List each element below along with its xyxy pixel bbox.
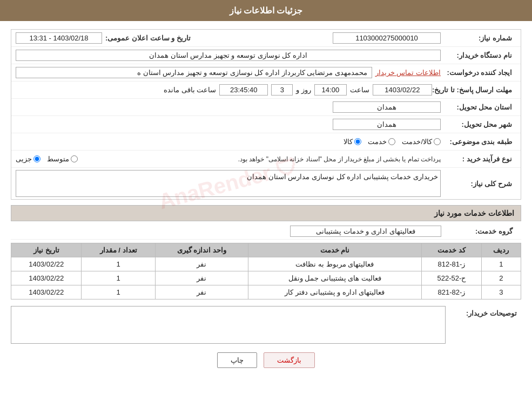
deadline-days: 3 (271, 84, 293, 96)
cell-code: ز-81-812 (421, 257, 481, 271)
buyer-notes-label: توصیحات خریدار: (446, 309, 521, 317)
category-kala-khadamat-item: کالا/خدمت (402, 138, 441, 146)
table-header-row: ردیف کد خدمت نام خدمت واحد اندازه گیری ت… (11, 243, 521, 257)
creator-content: اطلاعات تماس خریدار محمدمهدی مرتضایی کار… (16, 67, 441, 78)
cell-code: ح-52-522 (421, 271, 481, 285)
cell-name: فعالیتهای مربوط به نظافت (248, 257, 421, 271)
cell-unit: نفر (155, 285, 248, 299)
creator-link[interactable]: اطلاعات تماس خریدار (375, 69, 441, 77)
need-description-box: 🛡 AnaRender خریداری خدمات پشتیبانی اداره… (16, 170, 441, 197)
need-number-value: 1103000275000010 (333, 32, 441, 44)
buyer-notes-textarea[interactable] (11, 306, 446, 344)
buyer-org-value: اداره کل نوسازی توسعه و تجهیز مدارس استا… (16, 50, 441, 61)
category-kala-label: کالا (344, 138, 353, 146)
purchase-type-note: پرداخت تمام یا بخشی از مبلغ خریدار از مح… (81, 155, 441, 163)
cell-row: 1 (481, 257, 521, 271)
row-purchase-type: نوع فرآیند خرید : پرداخت تمام یا بخشی از… (11, 151, 521, 168)
category-kala-item: کالا (344, 138, 361, 146)
cell-date: 1403/02/22 (11, 285, 82, 299)
col-row: ردیف (481, 243, 521, 257)
back-button[interactable]: بازگشت (264, 352, 315, 368)
deadline-remaining: 23:45:40 (219, 84, 268, 96)
print-button[interactable]: چاپ (217, 352, 257, 368)
col-code: کد خدمت (421, 243, 481, 257)
col-count: تعداد / مقدار (82, 243, 155, 257)
service-group-row: گروه خدمت: فعالیتهای اداری و خدمات پشتیب… (11, 223, 521, 240)
services-section-title: اطلاعات خدمات مورد نیاز (11, 205, 521, 221)
cell-unit: نفر (155, 257, 248, 271)
cell-unit: نفر (155, 271, 248, 285)
deadline-time-label: ساعت (350, 86, 369, 94)
table-body: 1 ز-81-812 فعالیتهای مربوط به نظافت نفر … (11, 257, 521, 299)
row-creator: ایجاد کننده درخواست: اطلاعات تماس خریدار… (11, 64, 521, 81)
category-label: طبقه بندی موضوعی: (441, 138, 516, 146)
cell-code: ز-82-821 (421, 285, 481, 299)
cell-date: 1403/02/22 (11, 271, 82, 285)
service-group-label: گروه خدمت: (441, 227, 517, 235)
button-row: بازگشت چاپ (11, 352, 521, 377)
row-need-description: شرح کلی نیاز: 🛡 AnaRender خریداری خدمات … (11, 168, 521, 199)
deadline-label: مهلت ارسال پاسخ: تا تاریخ: (432, 86, 516, 94)
service-group-value: فعالیتهای اداری و خدمات پشتیبانی (290, 226, 441, 237)
cell-count: 1 (82, 257, 155, 271)
creator-label: ایجاد کننده درخواست: (441, 69, 516, 77)
deadline-time: 14:00 (314, 84, 347, 96)
need-description-label: شرح کلی نیاز: (441, 180, 516, 188)
need-description-value: خریداری خدمات پشتیبانی اداره کل نوسازی م… (247, 173, 438, 181)
category-khadamat-label: خدمت (368, 138, 387, 146)
row-deadline: مهلت ارسال پاسخ: تا تاریخ: 1403/02/22 سا… (11, 81, 521, 99)
purchase-jozi-item: جزیی (16, 155, 41, 163)
cell-row: 3 (481, 285, 521, 299)
need-description-container: 🛡 AnaRender خریداری خدمات پشتیبانی اداره… (16, 170, 441, 197)
page-wrapper: جزئیات اطلاعات نیاز شماره نیاز: 11030002… (0, 0, 532, 402)
purchase-motavaset-label: متوسط (47, 155, 69, 163)
category-kala-khadamat-label: کالا/خدمت (402, 138, 432, 146)
cell-name: فعالیت های پشتیبانی جمل ونقل (248, 271, 421, 285)
purchase-motavaset-item: متوسط (47, 155, 78, 163)
row-need-number: شماره نیاز: 1103000275000010 تاریخ و ساع… (11, 30, 521, 47)
category-kala-khadamat-radio[interactable] (434, 138, 441, 145)
cell-name: فعالیتهای اداره و پشتیبانی دفتر کار (248, 285, 421, 299)
row-category: طبقه بندی موضوعی: کالا/خدمت خدمت کالا (11, 133, 521, 151)
purchase-motavaset-radio[interactable] (71, 155, 78, 162)
buyer-org-label: نام دستگاه خریدار: (441, 51, 516, 59)
creator-value: محمدمهدی مرتضایی کاربرداز اداره کل نوساز… (16, 67, 372, 78)
purchase-type-radio-group: متوسط جزیی (16, 155, 78, 163)
announce-date-label: تاریخ و ساعت اعلان عمومی: (105, 34, 195, 42)
purchase-type-label: نوع فرآیند خرید : (441, 155, 516, 163)
info-section: شماره نیاز: 1103000275000010 تاریخ و ساع… (11, 29, 521, 200)
cell-row: 2 (481, 271, 521, 285)
category-radio-group: کالا/خدمت خدمت کالا (344, 138, 441, 146)
deadline-date: 1403/02/22 (373, 84, 432, 96)
announce-date-value: 1403/02/18 - 13:31 (16, 32, 102, 44)
deadline-remaining-label: ساعت باقی مانده (164, 86, 216, 94)
cell-count: 1 (82, 271, 155, 285)
deadline-days-label: روز و (296, 86, 311, 94)
need-number-content: 1103000275000010 تاریخ و ساعت اعلان عموم… (16, 32, 441, 44)
purchase-type-content: پرداخت تمام یا بخشی از مبلغ خریدار از مح… (16, 155, 441, 163)
col-date: تاریخ نیاز (11, 243, 82, 257)
deadline-content: 1403/02/22 ساعت 14:00 روز و 3 23:45:40 س… (16, 84, 432, 96)
category-khadamat-item: خدمت (368, 138, 395, 146)
page-header: جزئیات اطلاعات نیاز (0, 0, 532, 21)
row-city: شهر محل تحویل: همدان (11, 116, 521, 133)
need-number-label: شماره نیاز: (441, 34, 516, 42)
purchase-jozi-radio[interactable] (33, 155, 41, 162)
purchase-jozi-label: جزیی (16, 155, 32, 163)
buyer-notes-section: توصیحات خریدار: (11, 306, 521, 344)
table-row: 1 ز-81-812 فعالیتهای مربوط به نظافت نفر … (11, 257, 521, 271)
category-kala-radio[interactable] (354, 138, 361, 145)
cell-date: 1403/02/22 (11, 257, 82, 271)
main-content: شماره نیاز: 1103000275000010 تاریخ و ساع… (0, 21, 532, 385)
province-value: همدان (333, 101, 441, 113)
city-label: شهر محل تحویل: (441, 120, 516, 128)
page-title: جزئیات اطلاعات نیاز (230, 6, 303, 15)
col-name: نام خدمت (248, 243, 421, 257)
row-buyer-org: نام دستگاه خریدار: اداره کل نوسازی توسعه… (11, 47, 521, 64)
table-row: 3 ز-82-821 فعالیتهای اداره و پشتیبانی دف… (11, 285, 521, 299)
category-khadamat-radio[interactable] (388, 138, 395, 145)
col-unit: واحد اندازه گیری (155, 243, 248, 257)
province-label: استان محل تحویل: (441, 103, 516, 111)
row-province: استان محل تحویل: همدان (11, 99, 521, 116)
cell-count: 1 (82, 285, 155, 299)
